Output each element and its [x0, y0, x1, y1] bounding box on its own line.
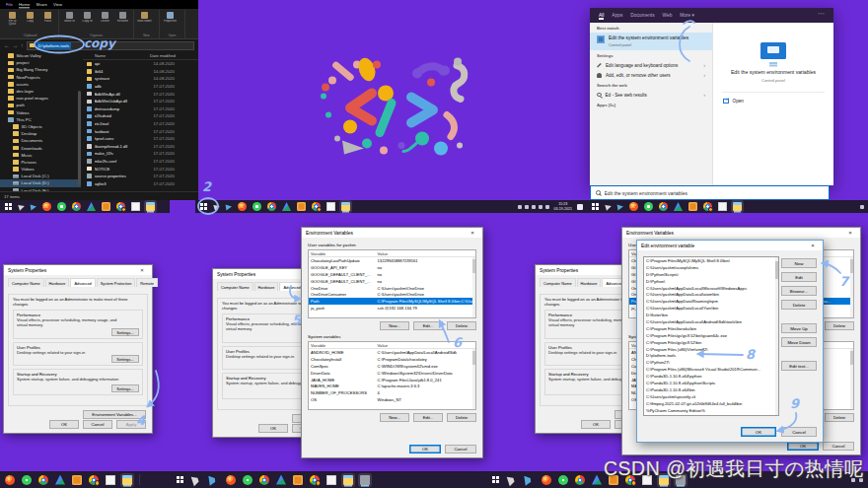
sidebar-scrollbar[interactable]	[78, 91, 81, 185]
search-tab[interactable]: Documents	[630, 13, 654, 18]
ribbon-tab[interactable]: File	[6, 2, 13, 7]
tab-system-protection[interactable]: System Protection	[97, 278, 136, 287]
file-row[interactable]: make_f2fs 17-07-2020	[83, 150, 198, 158]
start-button[interactable]	[199, 202, 208, 211]
move-up-button[interactable]: Move Up	[781, 323, 817, 333]
taskbar-search-input[interactable]: Edit the system environment variables	[590, 185, 830, 200]
close-icon[interactable]: ×	[844, 230, 856, 236]
explorer-icon[interactable]	[122, 475, 132, 485]
tab-computer-name[interactable]: Computer Name	[217, 282, 253, 291]
file-row[interactable]: mke2fs.conf 17-07-2020	[83, 158, 198, 166]
tab-computer-name[interactable]: Computer Name	[540, 278, 576, 287]
sidebar-item[interactable]: Pictures	[0, 159, 81, 166]
ribbon-button[interactable]: Delete	[98, 10, 112, 33]
chrome-icon[interactable]	[267, 202, 276, 211]
cancel-button[interactable]: Cancel	[445, 445, 476, 453]
chrome-icon[interactable]	[259, 475, 269, 485]
cursor-icon[interactable]	[507, 473, 520, 486]
table-scrollbar[interactable]	[472, 349, 475, 409]
apply-button[interactable]: Apply	[116, 420, 146, 429]
ribbon-button[interactable]: Pin to Quick access	[5, 10, 20, 33]
ok-button[interactable]: OK	[258, 424, 288, 433]
whatsapp-icon[interactable]	[57, 202, 66, 211]
sysprops-icon[interactable]	[360, 475, 370, 485]
ribbon-button[interactable]: Copy to	[80, 10, 95, 33]
file-row[interactable]: e2fsdroid 17-07-2020	[83, 112, 198, 120]
file-row[interactable]: NOTICE 17-07-2020	[83, 165, 198, 173]
code-app-icon[interactable]	[102, 202, 110, 211]
delete-button[interactable]: Delete	[447, 321, 476, 330]
explorer-icon[interactable]	[343, 475, 353, 485]
file-row[interactable]: hprof-conv 17-07-2020	[83, 135, 198, 143]
startup-settings-button[interactable]: Settings...	[111, 384, 139, 392]
chrome-badge-icon[interactable]	[310, 475, 320, 485]
forward-icon[interactable]: →	[13, 42, 19, 48]
new-button[interactable]: New...	[380, 413, 409, 422]
sidebar-item[interactable]: Desktop	[0, 130, 81, 137]
table-scrollbar[interactable]	[472, 257, 475, 317]
file-row[interactable]: systrace 14-08-2020	[83, 75, 198, 83]
sidebar-item[interactable]: Silicon Valley	[0, 52, 81, 59]
chrome-icon[interactable]	[659, 202, 668, 211]
path-entry[interactable]: C:\Panda3D-1.10.8-x64\python\Scripts	[644, 380, 778, 386]
table-scrollbar[interactable]	[850, 349, 853, 409]
explorer-icon[interactable]	[146, 202, 155, 211]
sidebar-item[interactable]: dev-login	[0, 88, 81, 95]
sidebar-item[interactable]: non-pixel images	[0, 95, 81, 102]
search-tab[interactable]: Web	[663, 13, 673, 18]
file-row[interactable]: AdbWinUsbApi.dll 17-07-2020	[83, 98, 198, 105]
more-options-icon[interactable]: ⋯	[818, 10, 826, 18]
edit-button[interactable]: Edit	[781, 272, 817, 282]
cursor-icon[interactable]	[213, 203, 221, 211]
file-row[interactable]: AdbWinApi.dll 17-07-2020	[83, 90, 198, 98]
address-selected-text[interactable]: D:\platform-tools	[36, 42, 72, 49]
ok-button[interactable]: OK	[787, 442, 819, 451]
tab-computer-name[interactable]: Computer Name	[8, 278, 44, 287]
column-date[interactable]: Date modified	[150, 53, 176, 58]
action-center-icon[interactable]	[577, 204, 583, 210]
path-entry[interactable]: C:\Users\yashm\AppData\Local\Microsoft\W…	[644, 285, 778, 292]
taskbar-clock[interactable]: 15:23 03-19-2021	[554, 202, 572, 210]
tray-lang-icon[interactable]	[545, 205, 549, 209]
open-command[interactable]: Open	[723, 99, 744, 104]
firefox-icon[interactable]	[238, 202, 247, 211]
firefox-icon[interactable]	[42, 202, 51, 211]
sidebar-item[interactable]: 3D Objects	[0, 123, 81, 130]
tasks-icon[interactable]	[131, 202, 140, 211]
code-app-icon[interactable]	[72, 475, 82, 485]
edit-button[interactable]: Edit...	[413, 413, 443, 422]
whatsapp-icon[interactable]	[253, 202, 261, 211]
search-tab[interactable]: Apps	[612, 13, 622, 18]
env-var-row[interactable]: MAVEN_HOMEC:\apache-maven-3.6.3	[309, 383, 475, 389]
edit-button[interactable]: Edit...	[413, 321, 443, 330]
path-entry[interactable]: C:\Program Files (x86)\Microsoft Visual …	[644, 366, 778, 373]
sidebar-item[interactable]: Downloads	[0, 144, 81, 151]
env-var-row[interactable]: OneDriveC:\Users\yashm\OneDrive	[309, 285, 475, 292]
env-var-row[interactable]: OSWindows_NT	[309, 396, 475, 403]
sidebar-item[interactable]: Local Disk (C:)	[0, 173, 81, 179]
firefox-icon[interactable]	[5, 475, 15, 485]
file-row[interactable]: source.properties 17-07-2020	[83, 173, 198, 180]
path-entry[interactable]: C:\Panda3D-1.10.8-x64\python	[644, 373, 778, 380]
file-row[interactable]: adb 17-07-2020	[83, 83, 198, 91]
path-entry[interactable]: D:\Python\Scripts\	[644, 271, 778, 278]
env-var-row[interactable]: DriverDataC:\Windows\System32\Drivers\Dr…	[309, 370, 475, 377]
path-entry[interactable]: C:\Users\yashm\AppData\Roaming\npm	[644, 298, 778, 305]
path-entry[interactable]: C:\Program Files\gs\gs9.52\bin\gswin64c.…	[644, 332, 778, 339]
sidebar-item[interactable]: project	[0, 59, 81, 66]
ribbon-button[interactable]: Rename	[115, 10, 130, 33]
path-entry[interactable]: C:\Program Files\gs\gs9.52\bin	[644, 339, 778, 346]
env-var-row[interactable]: ja_yashssh @192.168.134.79	[309, 305, 475, 312]
sidebar-item[interactable]: Videos	[0, 166, 81, 173]
tab-remote[interactable]: Remote	[136, 278, 158, 287]
path-entry[interactable]: D:\platform-tools	[644, 352, 778, 359]
start-button[interactable]	[4, 202, 13, 211]
settings-result-item[interactable]: Add, edit, or remove other users ›	[590, 70, 712, 80]
code-app-icon[interactable]	[297, 202, 306, 211]
path-entry[interactable]: C:\ffmpeg-2021-02-07-git-a52t0b9464e4-fu…	[644, 400, 778, 407]
file-row[interactable]: etc1tool 17-07-2020	[83, 120, 198, 128]
cancel-button[interactable]: Cancel	[823, 442, 854, 451]
chrome-badge-icon[interactable]	[312, 202, 321, 211]
env-var-row[interactable]: GOOGLE_DEFAULT_CLIENT_...no	[309, 271, 475, 278]
telegram-icon[interactable]	[524, 474, 535, 485]
